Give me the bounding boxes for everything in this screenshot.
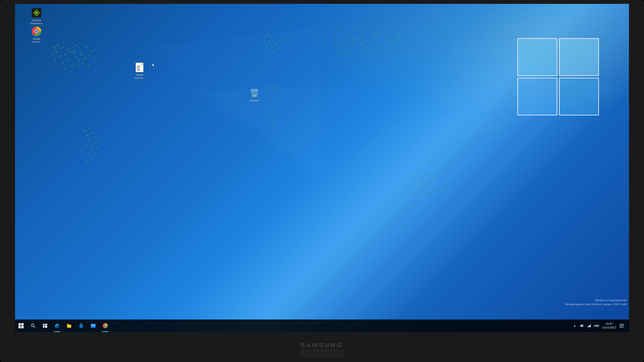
tray-time: 20:47 (606, 322, 613, 326)
svg-point-126 (421, 176, 423, 178)
svg-point-0 (54, 46, 56, 49)
svg-point-91 (380, 31, 382, 33)
svg-point-103 (346, 43, 348, 45)
svg-point-87 (354, 28, 356, 30)
taskbar-item-mail[interactable] (87, 320, 99, 332)
svg-point-44 (88, 152, 90, 154)
svg-rect-155 (43, 326, 44, 328)
svg-point-128 (432, 177, 434, 179)
windows-logo (517, 38, 603, 120)
taskbar-item-edge[interactable] (51, 320, 63, 332)
svg-point-54 (275, 42, 277, 44)
svg-point-61 (278, 48, 280, 49)
screen: GeForce Experience (15, 4, 629, 332)
svg-point-77 (273, 104, 274, 106)
svg-point-88 (361, 33, 362, 34)
svg-point-114 (336, 51, 338, 53)
svg-point-92 (387, 36, 388, 37)
svg-point-125 (416, 173, 417, 175)
svg-point-33 (86, 134, 88, 136)
svg-point-30 (88, 64, 90, 66)
mouse-cursor (152, 63, 155, 68)
samsung-brand: SAMSUNG (301, 342, 343, 349)
win-pane-bl (517, 78, 557, 115)
svg-point-3 (56, 51, 58, 53)
svg-point-118 (363, 52, 364, 54)
win-pane-br (559, 78, 599, 115)
svg-point-63 (270, 49, 271, 51)
svg-rect-165 (588, 326, 589, 327)
svg-point-102 (340, 46, 341, 48)
svg-point-127 (426, 174, 428, 176)
svg-point-116 (350, 52, 352, 54)
svg-point-130 (412, 182, 414, 183)
svg-point-32 (89, 128, 90, 130)
svg-point-4 (62, 46, 64, 48)
svg-point-60 (284, 42, 286, 43)
svg-point-76 (268, 103, 270, 105)
svg-point-34 (91, 132, 92, 134)
svg-point-107 (372, 43, 374, 45)
svg-point-83 (272, 121, 274, 123)
svg-point-68 (266, 92, 268, 93)
desktop-icon-chrome[interactable]: Google Chrome (28, 25, 46, 44)
svg-point-80 (275, 110, 277, 112)
tray-show-hidden[interactable]: ▲ (571, 320, 578, 332)
search-button[interactable] (27, 320, 39, 332)
svg-rect-153 (43, 324, 45, 326)
svg-point-73 (270, 97, 271, 99)
svg-point-84 (334, 34, 336, 35)
svg-point-121 (382, 51, 384, 53)
svg-point-50 (271, 37, 272, 39)
svg-point-123 (404, 178, 406, 180)
svg-point-38 (95, 141, 97, 143)
svg-point-27 (86, 47, 88, 48)
svg-point-99 (378, 42, 380, 43)
tray-language[interactable]: УКР (593, 320, 600, 332)
svg-point-45 (94, 153, 96, 155)
win-pane-tl (517, 38, 557, 76)
svg-rect-156 (45, 326, 47, 328)
tray-action-center[interactable] (618, 320, 625, 332)
svg-point-136 (416, 186, 417, 188)
svg-point-65 (268, 84, 270, 86)
svg-point-39 (90, 144, 91, 146)
svg-point-7 (59, 55, 60, 57)
tray-network[interactable] (586, 320, 593, 332)
textfile-icon (134, 62, 145, 72)
svg-point-134 (435, 178, 437, 180)
svg-rect-167 (590, 325, 591, 327)
taskbar-item-store[interactable] (75, 320, 87, 332)
svg-point-113 (400, 47, 402, 48)
svg-rect-158 (68, 325, 71, 326)
svg-point-1 (57, 45, 59, 46)
taskview-button[interactable] (39, 320, 51, 332)
svg-point-53 (273, 39, 274, 40)
desktop-icon-geforce[interactable]: GeForce Experience (28, 7, 46, 26)
svg-point-55 (266, 45, 268, 46)
svg-point-8 (64, 53, 66, 55)
svg-point-58 (280, 40, 281, 42)
svg-point-29 (95, 62, 97, 64)
svg-point-6 (67, 49, 68, 51)
svg-point-12 (76, 45, 77, 46)
system-tray: ▲ (571, 320, 629, 332)
taskbar-item-chrome[interactable] (99, 320, 111, 332)
watermark-line2: Пробная версия. Build 15055.rs2_release.… (565, 302, 627, 306)
svg-point-142 (426, 192, 428, 194)
svg-point-24 (78, 64, 80, 66)
tray-volume[interactable] (578, 320, 586, 332)
desktop-icon-recycle[interactable]: 🗑️ Корзина (245, 87, 264, 103)
svg-point-120 (376, 53, 378, 55)
svg-point-100 (385, 39, 386, 40)
svg-point-119 (370, 50, 371, 52)
start-button[interactable] (15, 320, 27, 332)
svg-point-51 (263, 40, 265, 42)
svg-point-157 (56, 326, 59, 328)
desktop-icon-textfile[interactable]: Новый текстов... (130, 61, 148, 80)
svg-point-98 (372, 38, 373, 40)
svg-point-17 (80, 53, 82, 55)
show-desktop-button[interactable] (626, 320, 627, 332)
tray-clock[interactable]: 20:47 14.03.2017 (600, 320, 618, 332)
taskbar-item-explorer[interactable] (63, 320, 75, 332)
